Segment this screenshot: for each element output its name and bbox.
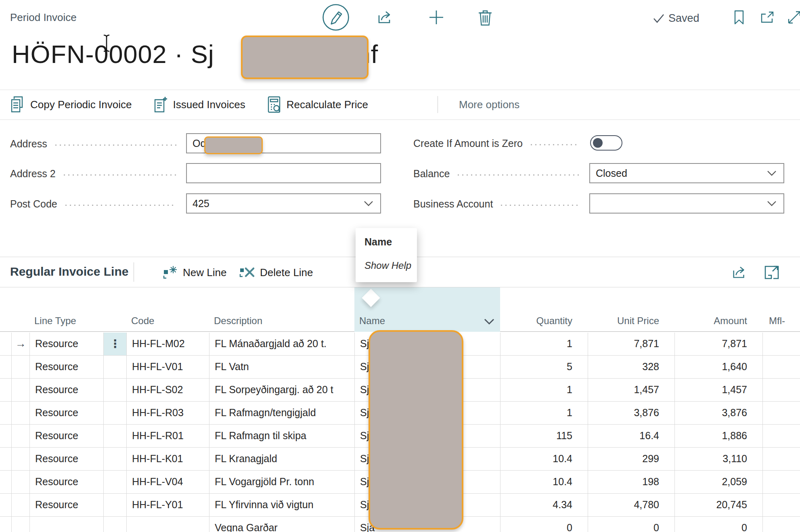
new-record-button[interactable]	[428, 9, 445, 26]
recalculate-price-button[interactable]: Recalculate Price	[266, 96, 368, 113]
cell-lt[interactable]	[29, 517, 103, 532]
cell-qty[interactable]: 0	[500, 517, 588, 532]
share-button[interactable]	[376, 9, 394, 26]
more-options-button[interactable]: More options	[459, 98, 519, 111]
column-header-quantity[interactable]: Quantity	[500, 315, 572, 327]
chevron-down-icon[interactable]	[484, 318, 495, 325]
cell-sel[interactable]	[11, 471, 29, 493]
cell-sel[interactable]	[11, 379, 29, 401]
cell-amt[interactable]: 7,871	[674, 333, 762, 355]
cell-amt[interactable]: 20,745	[674, 494, 762, 516]
cell-lt[interactable]: Resource	[29, 471, 103, 493]
cell-sel[interactable]	[11, 517, 29, 532]
balance-select[interactable]: Closed	[589, 163, 784, 183]
column-header-code[interactable]: Code	[131, 315, 154, 327]
edit-pencil-button[interactable]	[322, 4, 350, 31]
cell-desc[interactable]: FL Rafmagn/tengigjald	[209, 402, 354, 424]
cell-code[interactable]: HH-FL-S02	[126, 379, 209, 401]
cell-amt[interactable]: 1,886	[674, 425, 762, 447]
cell-amt[interactable]: 0	[674, 517, 762, 532]
cell-menu[interactable]	[103, 494, 126, 516]
cell-lt[interactable]: Resource	[29, 379, 103, 401]
cell-qty[interactable]: 10.4	[500, 471, 588, 493]
cell-mfl[interactable]	[762, 448, 800, 470]
cell-amt[interactable]: 1,640	[674, 356, 762, 378]
cell-menu[interactable]	[103, 517, 126, 532]
cell-price[interactable]: 1,457	[588, 379, 674, 401]
new-line-button[interactable]: New Line	[163, 265, 226, 280]
copy-periodic-invoice-button[interactable]: Copy Periodic Invoice	[10, 96, 132, 113]
cell-menu[interactable]	[103, 425, 126, 447]
column-header-amount[interactable]: Amount	[674, 315, 747, 327]
row-menu-button[interactable]: ⋮	[103, 333, 126, 355]
cell-amt[interactable]: 3,110	[674, 448, 762, 470]
cell-menu[interactable]	[103, 471, 126, 493]
cell-qty[interactable]: 1	[500, 402, 588, 424]
cell-code[interactable]: HH-FL-V01	[126, 356, 209, 378]
column-header-mfl[interactable]: Mfl-	[769, 315, 785, 327]
focus-mode-button[interactable]	[764, 265, 779, 280]
cell-mfl[interactable]	[762, 402, 800, 424]
business-account-select[interactable]	[589, 193, 784, 214]
cell-menu[interactable]	[103, 379, 126, 401]
cell-menu[interactable]	[103, 402, 126, 424]
cell-code[interactable]: HH-FL-K01	[126, 448, 209, 470]
cell-sel[interactable]	[11, 356, 29, 378]
cell-desc[interactable]: FL Yfirvinna við vigtun	[209, 494, 354, 516]
resize-window-button[interactable]	[786, 9, 800, 25]
cell-lt[interactable]: Resource	[29, 356, 103, 378]
cell-amt[interactable]: 2,059	[674, 471, 762, 493]
show-help-link[interactable]: Show Help	[364, 260, 417, 271]
cell-desc[interactable]: Vegna Garðar	[209, 517, 354, 532]
cell-amt[interactable]: 1,457	[674, 379, 762, 401]
cell-price[interactable]: 3,876	[588, 402, 674, 424]
cell-code[interactable]: HH-FL-Y01	[126, 494, 209, 516]
cell-lt[interactable]: Resource	[29, 494, 103, 516]
column-header-unit-price[interactable]: Unit Price	[588, 315, 659, 327]
cell-lt[interactable]: Resource	[29, 333, 103, 355]
cell-code[interactable]: HH-FL-R03	[126, 402, 209, 424]
cell-price[interactable]: 7,871	[588, 333, 674, 355]
cell-menu[interactable]	[103, 448, 126, 470]
cell-sel[interactable]	[11, 494, 29, 516]
cell-desc[interactable]: FL Sorpeyðingargj. að 20 t	[209, 379, 354, 401]
cell-desc[interactable]: FL Rafmagn til skipa	[209, 425, 354, 447]
cell-mfl[interactable]	[762, 494, 800, 516]
cell-mfl[interactable]	[762, 471, 800, 493]
column-header-line-type[interactable]: Line Type	[34, 315, 76, 327]
cell-mfl[interactable]	[762, 379, 800, 401]
cell-price[interactable]: 16.4	[588, 425, 674, 447]
cell-price[interactable]: 198	[588, 471, 674, 493]
cell-desc[interactable]: FL Vogargjöld Pr. tonn	[209, 471, 354, 493]
column-header-description[interactable]: Description	[214, 315, 262, 327]
cell-menu[interactable]	[103, 356, 126, 378]
column-header-name[interactable]: Name	[359, 315, 385, 327]
cell-price[interactable]: 0	[588, 517, 674, 532]
cell-qty[interactable]: 4.34	[500, 494, 588, 516]
cell-code[interactable]: HH-FL-R01	[126, 425, 209, 447]
cell-mfl[interactable]	[762, 356, 800, 378]
bookmark-button[interactable]	[734, 10, 744, 25]
open-in-new-window-button[interactable]	[760, 10, 775, 24]
create-if-zero-toggle[interactable]	[590, 135, 622, 151]
delete-record-button[interactable]	[477, 8, 493, 27]
cell-qty[interactable]: 115	[500, 425, 588, 447]
cell-lt[interactable]: Resource	[29, 402, 103, 424]
cell-code[interactable]: HH-FL-M02	[126, 333, 209, 355]
cell-price[interactable]: 328	[588, 356, 674, 378]
address2-input[interactable]	[186, 163, 381, 183]
cell-mfl[interactable]	[762, 425, 800, 447]
cell-qty[interactable]: 1	[500, 333, 588, 355]
cell-lt[interactable]: Resource	[29, 448, 103, 470]
cell-sel[interactable]	[11, 425, 29, 447]
cell-qty[interactable]: 5	[500, 356, 588, 378]
share-lines-button[interactable]	[731, 264, 748, 281]
cell-desc[interactable]: FL Kranagjald	[209, 448, 354, 470]
cell-sel[interactable]	[11, 402, 29, 424]
cell-mfl[interactable]	[762, 517, 800, 532]
post-code-select[interactable]: 425	[186, 193, 381, 214]
cell-code[interactable]	[126, 517, 209, 532]
delete-line-button[interactable]: Delete Line	[239, 265, 313, 280]
cell-sel[interactable]	[11, 448, 29, 470]
cell-price[interactable]: 299	[588, 448, 674, 470]
